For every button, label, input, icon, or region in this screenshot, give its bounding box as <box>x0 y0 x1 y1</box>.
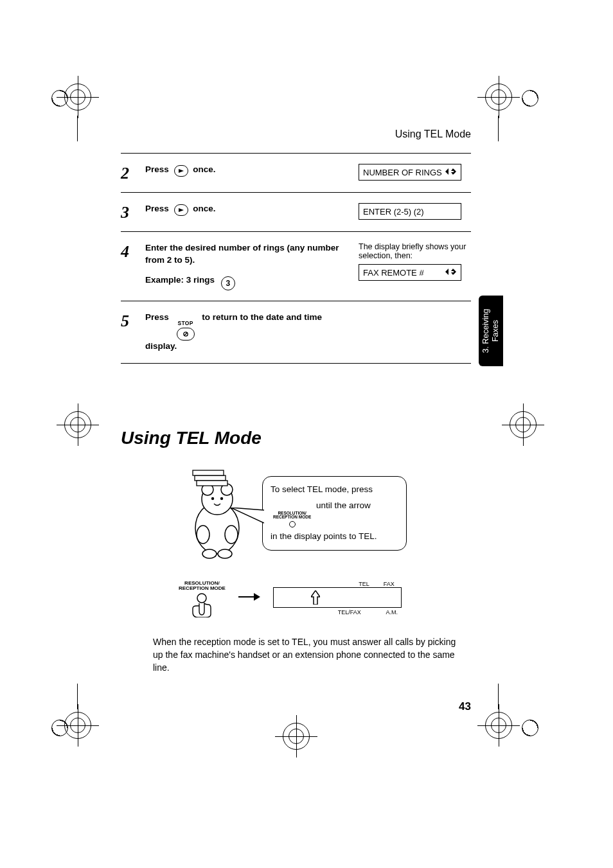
svg-rect-20 <box>193 470 224 475</box>
keypad-3-icon: 3 <box>221 276 235 290</box>
label-tel: TEL <box>359 581 369 587</box>
step-number: 5 <box>121 312 136 330</box>
res-label2: RECEPTION MODE <box>179 586 226 591</box>
svg-point-22 <box>197 526 209 544</box>
svg-marker-1 <box>445 168 449 175</box>
note-text: The display briefly shows your selection… <box>359 242 471 260</box>
svg-marker-7 <box>445 269 449 275</box>
svg-marker-6 <box>179 208 184 212</box>
reg-mark-br <box>485 712 512 739</box>
svg-rect-19 <box>195 475 226 481</box>
reg-bar <box>77 684 78 709</box>
page-number: 43 <box>459 700 471 713</box>
mode-diagram: RESOLUTION/ RECEPTION MODE TEL FAX <box>179 581 471 617</box>
reg-bar <box>77 116 78 141</box>
lcd-mode-block: TEL FAX TEL/FAX A.M. <box>273 581 402 616</box>
right-arrow-button-icon <box>174 204 188 216</box>
reg-bar <box>498 684 499 709</box>
bubble-line1: To select TEL mode, press <box>271 483 398 496</box>
chapter-tab-line2: Faxes <box>491 320 500 342</box>
reg-mark-mr <box>510 411 537 438</box>
crop-corner-tr <box>522 90 538 109</box>
text: Press <box>145 204 169 213</box>
step-5: 5 Press STOP to return to the date and t… <box>121 301 471 363</box>
step-2: 2 Press once. NUMBER OF RINGS <box>121 154 471 192</box>
selection-arrow-icon <box>311 590 320 607</box>
step-body: Enter the desired number of rings (any n… <box>145 242 350 290</box>
text: Enter the desired number of rings (any n… <box>145 242 343 267</box>
stop-label: STOP <box>177 320 193 328</box>
label-am: A.M. <box>386 609 398 616</box>
res-label2: RECEPTION MODE <box>273 515 311 520</box>
page-content: Using TEL Mode 2 Press once. NUMBER OF R… <box>121 128 471 675</box>
svg-marker-0 <box>179 169 184 173</box>
nav-arrows-icon <box>445 167 457 178</box>
svg-marker-10 <box>454 269 456 274</box>
right-arrow-button-icon <box>174 165 188 177</box>
step-4: 4 Enter the desired number of rings (any… <box>121 231 471 301</box>
press-hand-icon: RESOLUTION/ RECEPTION MODE <box>179 581 226 617</box>
svg-point-23 <box>225 526 238 544</box>
stop-key-icon <box>177 328 195 341</box>
chapter-tab-line1: 3. Receiving <box>481 309 490 353</box>
running-head: Using TEL Mode <box>121 128 471 140</box>
label-telfax: TEL/FAX <box>338 609 361 616</box>
reg-mark-ml <box>64 411 91 438</box>
lcd-text: ENTER (2-5) (2) <box>363 207 424 217</box>
nav-arrows-icon <box>445 267 457 278</box>
speech-bubble: To select TEL mode, press RESOLUTION/ RE… <box>262 476 407 550</box>
step-number: 2 <box>121 164 136 182</box>
svg-point-17 <box>211 497 214 500</box>
lcd-text: NUMBER OF RINGS <box>363 168 442 177</box>
step-number: 4 <box>121 242 136 260</box>
text: once. <box>193 164 215 174</box>
lcd-display: ENTER (2-5) (2) <box>359 203 461 220</box>
resolution-mode-button-icon: RESOLUTION/ RECEPTION MODE <box>273 511 311 528</box>
step-number: 3 <box>121 203 136 221</box>
reg-mark-bc <box>283 723 310 750</box>
section-title: Using TEL Mode <box>121 428 471 448</box>
steps-box: 2 Press once. NUMBER OF RINGS <box>121 153 471 364</box>
text: once. <box>193 204 215 213</box>
lcd-text: FAX REMOTE # <box>363 268 424 278</box>
text: to return to the date and time display. <box>145 312 322 351</box>
label-fax: FAX <box>384 581 395 587</box>
step-body: Press once. <box>145 203 350 216</box>
stop-button-icon: STOP <box>174 320 197 341</box>
svg-point-24 <box>202 549 217 558</box>
crop-corner-br <box>522 720 538 739</box>
step-display: NUMBER OF RINGS <box>359 164 471 181</box>
example-label: Example: 3 rings <box>145 275 215 285</box>
reg-mark-tl <box>64 84 91 111</box>
reg-mark-tr <box>485 84 512 111</box>
reg-bar <box>498 116 499 141</box>
svg-point-25 <box>218 549 232 558</box>
step-display: ENTER (2-5) (2) <box>359 203 471 220</box>
bubble-tail-icon <box>231 508 264 526</box>
bubble-line3: in the display points to TEL. <box>271 530 398 543</box>
chapter-tab: 3. Receiving Faxes <box>479 296 503 366</box>
svg-marker-28 <box>254 593 260 601</box>
arrow-right-icon <box>238 590 260 607</box>
step-3: 3 Press once. ENTER (2-5) (2) <box>121 192 471 231</box>
step-body: Press STOP to return to the date and tim… <box>145 312 350 353</box>
button-circle-icon <box>289 521 296 527</box>
lcd-mode-display <box>273 587 402 608</box>
illustration-row: To select TEL mode, press RESOLUTION/ RE… <box>179 464 471 563</box>
step-display: The display briefly shows your selection… <box>359 242 471 281</box>
svg-point-18 <box>220 497 223 500</box>
step-body: Press once. <box>145 164 350 177</box>
svg-point-26 <box>197 594 206 603</box>
bubble-line2-tail: until the arrow <box>316 500 371 510</box>
reg-mark-bl <box>64 712 91 739</box>
body-paragraph: When the reception mode is set to TEL, y… <box>153 635 468 675</box>
svg-marker-29 <box>311 590 320 605</box>
text: Press <box>145 164 169 174</box>
svg-line-12 <box>184 333 187 336</box>
lcd-display: FAX REMOTE # <box>359 264 461 281</box>
svg-rect-21 <box>197 481 227 486</box>
text: Press <box>145 312 169 322</box>
lcd-display: NUMBER OF RINGS <box>359 164 461 181</box>
svg-marker-5 <box>454 169 456 174</box>
